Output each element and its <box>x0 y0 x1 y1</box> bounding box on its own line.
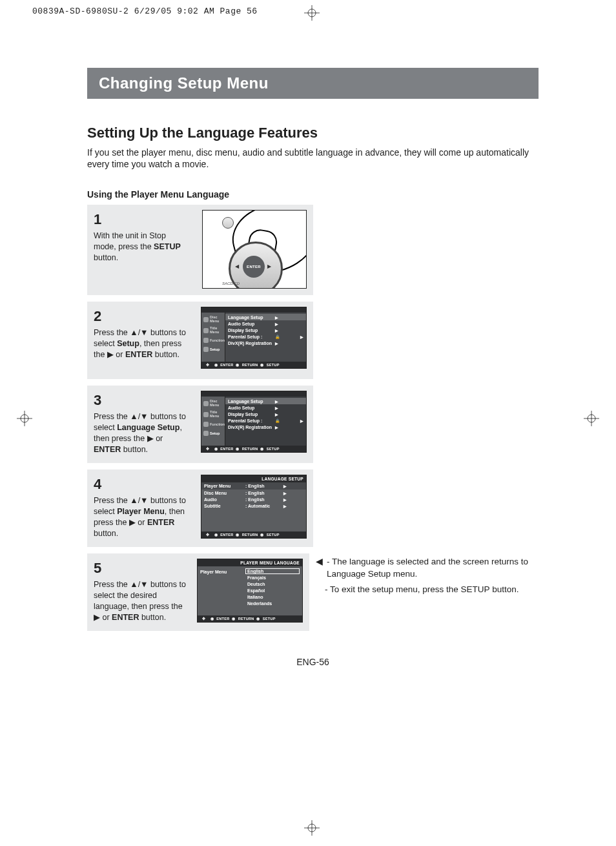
menu-divx: DivX(R) Registration <box>228 425 273 429</box>
footer-enter: ENTER <box>220 363 233 367</box>
left-arrow-icon: ◀ <box>316 556 323 579</box>
remote-illustration: ENTER ◀ ▶ SACD/CD <box>202 210 307 289</box>
menu-parental-setup: Parental Setup : <box>228 335 273 339</box>
lang-deutsch: Deutsch <box>245 581 300 587</box>
tab-disc-menu: Disc Menu <box>210 316 224 323</box>
step-4-number: 4 <box>94 475 190 494</box>
side-notes: ◀ - The language is selected and the scr… <box>316 553 539 631</box>
lang-english: English <box>245 568 300 574</box>
footer-return: RETURN <box>242 533 258 537</box>
registration-mark-bottom <box>304 820 320 838</box>
tab-setup: Setup <box>210 348 220 352</box>
registration-mark-top <box>304 5 320 23</box>
footer-setup: SETUP <box>267 363 280 367</box>
step-2-number: 2 <box>94 307 190 326</box>
step-5-text-b: ENTER <box>112 613 139 622</box>
tab-title-menu: Title Menu <box>210 411 224 418</box>
row-disc-menu: Disc Menu <box>204 491 243 495</box>
tab-setup: Setup <box>210 432 220 436</box>
sub-heading: Using the Player Menu Language <box>87 189 539 200</box>
lang-espanol: Español <box>245 588 300 593</box>
footer-enter: ENTER <box>216 617 229 621</box>
footer-setup: SETUP <box>267 447 280 451</box>
step-5-card: 5 Press the ▲/▼ buttons to select the de… <box>87 553 309 631</box>
registration-mark-left <box>17 411 32 429</box>
page-number: ENG-56 <box>87 657 539 667</box>
step-4-text-b: Player Menu <box>117 507 165 516</box>
step-4-text-d: ENTER <box>147 518 174 527</box>
step-2-text-e: button. <box>152 350 180 359</box>
footer-return: RETURN <box>242 363 258 367</box>
osd-title-language-setup: LANGUAGE SETUP <box>201 475 306 482</box>
osd-setup-menu-3: Disc Menu Title Menu Function Setup Lang… <box>201 391 307 453</box>
step-1-number: 1 <box>94 210 190 229</box>
osd-player-menu-language: PLAYER MENU LANGUAGE Player Menu English… <box>197 559 303 623</box>
function-icon <box>203 338 209 343</box>
menu-language-setup: Language Setup <box>228 315 273 320</box>
title-icon <box>203 328 209 333</box>
function-icon <box>203 422 209 427</box>
step-4-text-e: button. <box>94 529 118 538</box>
lang-italiano: Italiano <box>245 594 300 600</box>
row-player-menu-label: Player Menu <box>200 570 239 574</box>
menu-display-setup: Display Setup <box>228 412 273 417</box>
step-5-number: 5 <box>94 559 190 578</box>
chapter-banner: Changing Setup Menu <box>87 68 539 99</box>
row-player-menu: Player Menu <box>204 484 243 488</box>
menu-language-setup: Language Setup <box>228 399 273 404</box>
step-3-text-b: Language Setup <box>117 423 180 432</box>
step-3-text-e: button. <box>121 445 148 454</box>
intro-paragraph: If you set the player menu, disc menu, a… <box>87 147 539 170</box>
note-2: - To exit the setup menu, press the SETU… <box>325 584 518 595</box>
val-subtitle: : Automatic <box>245 504 281 508</box>
step-1-card: 1 With the unit in Stop mode, press the … <box>87 205 313 295</box>
lang-nederlands: Nederlands <box>245 601 300 606</box>
menu-audio-setup: Audio Setup <box>228 406 273 410</box>
menu-divx: DivX(R) Registration <box>228 341 273 346</box>
step-2-text-d: ENTER <box>125 350 152 359</box>
footer-enter: ENTER <box>220 533 233 537</box>
registration-mark-right <box>584 411 599 429</box>
footer-enter: ENTER <box>220 447 233 451</box>
disc-icon <box>203 317 209 322</box>
step-3-card: 3 Press the ▲/▼ buttons to select Langua… <box>87 386 313 463</box>
val-player-menu: : English <box>245 484 281 488</box>
menu-audio-setup: Audio Setup <box>228 322 273 326</box>
footer-return: RETURN <box>238 617 254 621</box>
footer-setup: SETUP <box>263 617 276 621</box>
step-2-text-b: Setup <box>117 339 139 348</box>
osd-title-player-language: PLAYER MENU LANGUAGE <box>198 559 302 566</box>
remote-sacd-label: SACD/CD <box>222 282 240 285</box>
footer-setup: SETUP <box>267 533 280 537</box>
row-subtitle: Subtitle <box>204 504 243 508</box>
row-audio: Audio <box>204 497 243 502</box>
step-5-text-c: button. <box>139 613 166 622</box>
footer-return: RETURN <box>242 447 258 451</box>
lang-francais: Français <box>245 575 300 581</box>
val-audio: : English <box>245 497 281 502</box>
step-3-text-d: ENTER <box>94 445 121 454</box>
step-2-card: 2 Press the ▲/▼ buttons to select Setup,… <box>87 302 313 379</box>
osd-setup-menu-2: Disc Menu Title Menu Function Setup Lang… <box>201 307 307 369</box>
tab-disc-menu: Disc Menu <box>210 400 224 407</box>
disc-icon <box>203 401 209 406</box>
gear-icon <box>203 347 209 352</box>
menu-parental-setup: Parental Setup : <box>228 418 273 423</box>
step-3-number: 3 <box>94 391 190 410</box>
note-1: - The language is selected and the scree… <box>327 556 539 579</box>
title-icon <box>203 412 209 417</box>
osd-language-setup: LANGUAGE SETUP Player Menu : English ▶ D… <box>201 475 307 539</box>
section-title: Setting Up the Language Features <box>87 125 539 141</box>
step-4-card: 4 Press the ▲/▼ buttons to select Player… <box>87 469 313 547</box>
val-disc-menu: : English <box>245 491 281 495</box>
tab-title-menu: Title Menu <box>210 327 224 334</box>
menu-display-setup: Display Setup <box>228 328 273 333</box>
step-1-text-b: SETUP <box>154 242 181 251</box>
step-1-text-c: button. <box>94 253 118 262</box>
tab-function: Function <box>210 423 225 427</box>
tab-function: Function <box>210 339 225 343</box>
gear-icon <box>203 431 209 436</box>
